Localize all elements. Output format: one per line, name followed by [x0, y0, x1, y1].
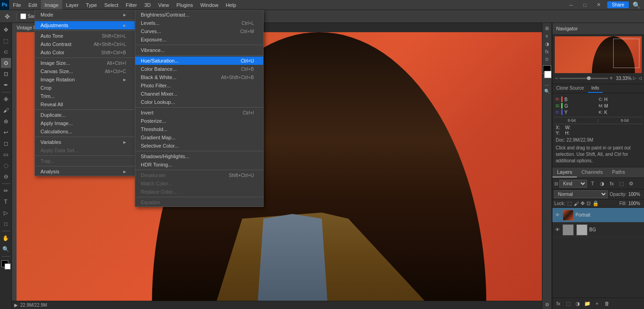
dd-posterize[interactable]: Posterize...: [135, 117, 263, 125]
share-button[interactable]: Share: [607, 1, 629, 8]
window-close[interactable]: ✕: [593, 1, 604, 9]
dd-exposure[interactable]: Exposure...: [135, 35, 263, 44]
filter-fx-icon[interactable]: fx: [608, 179, 616, 188]
menu-filter[interactable]: Filter: [122, 0, 140, 10]
dd-trap[interactable]: Trap...: [35, 157, 135, 165]
zoom-in-btn[interactable]: +: [610, 75, 613, 81]
tool-history-brush[interactable]: ↩: [1, 127, 11, 137]
filter-smart-icon[interactable]: ⚙: [627, 179, 635, 188]
menu-type[interactable]: Type: [82, 0, 101, 10]
quick-adjust-icon[interactable]: ◑: [544, 40, 550, 47]
color-swatch[interactable]: [1, 260, 11, 269]
dd-shadows-highlights[interactable]: Shadows/Highlights...: [135, 152, 263, 160]
menu-layer[interactable]: Layer: [62, 0, 82, 10]
lock-position-icon[interactable]: ✥: [581, 200, 585, 206]
tool-blur[interactable]: ◌: [1, 160, 11, 171]
dd-auto-color[interactable]: Auto ColorShift+Ctrl+B: [35, 48, 135, 57]
tool-hand[interactable]: ✋: [1, 233, 11, 243]
dd-variables[interactable]: Variables: [35, 138, 135, 146]
dd-image-size[interactable]: Image Size...Alt+Ctrl+I: [35, 59, 135, 67]
dd-equalize[interactable]: Equalize: [135, 198, 263, 206]
search-icon[interactable]: 🔍: [632, 1, 640, 9]
tool-brush[interactable]: 🖌: [1, 105, 11, 115]
dd-calculations[interactable]: Calculations...: [35, 127, 135, 136]
group-layers-btn[interactable]: 📁: [583, 299, 592, 308]
menu-image[interactable]: Image: [41, 0, 63, 10]
dd-curves[interactable]: Curves...Ctrl+M: [135, 27, 263, 35]
dd-threshold[interactable]: Threshold...: [135, 125, 263, 133]
tool-shape[interactable]: □: [1, 219, 11, 229]
quick-settings-icon[interactable]: ⚙: [545, 302, 549, 307]
quick-style-icon[interactable]: fx: [544, 48, 550, 55]
dd-apply-image[interactable]: Apply Image...: [35, 119, 135, 127]
window-minimize[interactable]: ─: [566, 1, 576, 9]
tab-layers[interactable]: Layers: [552, 167, 577, 177]
dd-duplicate[interactable]: Duplicate...: [35, 111, 135, 119]
tool-gradient[interactable]: ▭: [1, 149, 11, 160]
menu-view[interactable]: View: [155, 0, 173, 10]
dd-image-rotation[interactable]: Image Rotation: [35, 75, 135, 84]
dd-vibrance[interactable]: Vibrance...: [135, 46, 263, 54]
dd-hdr-toning[interactable]: HDR Toning...: [135, 160, 263, 169]
navigator-panel-header[interactable]: Navigator: [552, 23, 644, 34]
dd-hue-saturation[interactable]: Hue/Saturation...Ctrl+U: [135, 57, 263, 65]
lock-artboard-icon[interactable]: ⊡: [586, 200, 591, 206]
dd-match-color[interactable]: Match Color...: [135, 179, 263, 188]
dd-levels[interactable]: Levels...Ctrl+L: [135, 19, 263, 27]
tool-marquee[interactable]: ⬚: [1, 36, 11, 46]
dd-gradient-map[interactable]: Gradient Map...: [135, 133, 263, 142]
menu-window[interactable]: Window: [197, 0, 222, 10]
quick-search-icon[interactable]: 🔍: [544, 89, 550, 94]
dd-trim[interactable]: Trim...: [35, 92, 135, 100]
dd-canvas-size[interactable]: Canvas Size...Alt+Ctrl+C: [35, 67, 135, 75]
lock-image-icon[interactable]: 🖌: [574, 201, 579, 206]
tool-healing[interactable]: ✙: [1, 94, 11, 104]
tool-eraser[interactable]: ◻: [1, 138, 11, 149]
dd-selective-color[interactable]: Selective Color...: [135, 142, 263, 150]
menu-edit[interactable]: Edit: [25, 0, 41, 10]
adjustment-layer-btn[interactable]: ◑: [574, 299, 582, 308]
tab-paths[interactable]: Paths: [608, 167, 630, 177]
dd-color-lookup[interactable]: Color Lookup...: [135, 98, 263, 106]
tab-info[interactable]: Info: [588, 84, 603, 93]
menu-select[interactable]: Select: [101, 0, 122, 10]
dd-auto-tone[interactable]: Auto ToneShift+Ctrl+L: [35, 32, 135, 40]
dd-mode[interactable]: Mode: [35, 11, 135, 19]
menu-plugins[interactable]: Plugins: [172, 0, 196, 10]
menu-help[interactable]: Help: [222, 0, 240, 10]
tool-move-icon[interactable]: ✥: [2, 11, 12, 22]
filter-type-icon[interactable]: T: [588, 179, 597, 188]
menu-3d[interactable]: 3D: [141, 0, 155, 10]
tab-channels[interactable]: Channels: [577, 167, 607, 177]
lock-all-icon[interactable]: 🔒: [592, 200, 599, 206]
zoom-collapse-btn[interactable]: ◁: [638, 76, 642, 80]
layer-vis-portrait[interactable]: 👁: [554, 212, 561, 218]
window-restore[interactable]: □: [580, 1, 590, 9]
tool-zoom[interactable]: 🔍: [1, 244, 11, 254]
dd-analysis[interactable]: Analysis: [35, 167, 135, 176]
quick-history-icon[interactable]: D: [545, 56, 550, 63]
delete-layer-btn[interactable]: 🗑: [603, 299, 611, 308]
layers-filter-select[interactable]: Kind: [559, 180, 587, 188]
dd-desaturate[interactable]: DesaturateShift+Ctrl+U: [135, 171, 263, 179]
dd-channel-mixer[interactable]: Channel Mixer...: [135, 90, 263, 98]
layer-vis-bg[interactable]: 👁: [554, 227, 561, 233]
zoom-slider[interactable]: [559, 78, 608, 79]
add-layer-style-btn[interactable]: fx: [554, 299, 563, 308]
dd-color-balance[interactable]: Color Balance...Ctrl+B: [135, 65, 263, 73]
add-mask-btn[interactable]: ⬚: [564, 299, 572, 308]
dd-apply-data-set[interactable]: Apply Data Set...: [35, 146, 135, 154]
dd-photo-filter[interactable]: Photo Filter...: [135, 81, 263, 90]
tool-path-select[interactable]: ▷: [1, 208, 11, 218]
tool-pen[interactable]: ✏: [1, 186, 11, 196]
layer-row-portrait[interactable]: 👁 Portrait: [552, 208, 644, 223]
zoom-out-btn[interactable]: −: [555, 75, 558, 81]
quick-bg-color[interactable]: [544, 71, 552, 78]
tool-move[interactable]: ✥: [1, 25, 11, 35]
quick-more-icon[interactable]: ···: [545, 83, 549, 88]
background-color[interactable]: [5, 263, 11, 269]
tool-lasso[interactable]: ⊂: [1, 47, 11, 57]
dd-replace-color[interactable]: Replace Color...: [135, 188, 263, 196]
tool-text[interactable]: T: [1, 197, 11, 207]
layer-row-bg[interactable]: 👁 BG: [552, 223, 644, 237]
